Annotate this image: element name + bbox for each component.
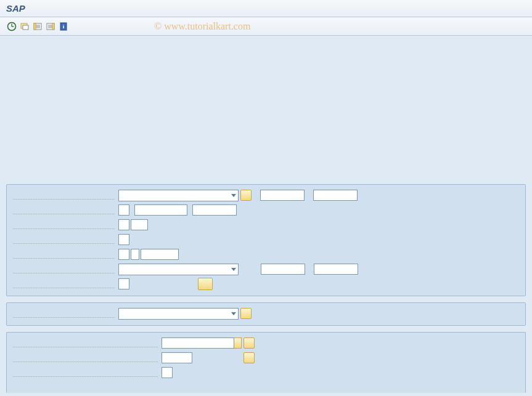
watermark: © www.tutorialkart.com xyxy=(154,21,250,32)
text-field[interactable] xyxy=(118,219,129,230)
text-field[interactable] xyxy=(118,278,129,289)
form-row xyxy=(13,262,519,276)
execute-icon[interactable] xyxy=(6,21,17,32)
dropdown-field[interactable] xyxy=(118,308,239,320)
select-all-icon[interactable] xyxy=(32,21,43,32)
field-label xyxy=(13,368,158,377)
text-field[interactable] xyxy=(260,190,305,201)
svg-rect-14 xyxy=(52,23,54,30)
form-row xyxy=(13,203,519,217)
text-field[interactable] xyxy=(162,367,173,378)
help-button[interactable] xyxy=(243,337,255,349)
title-bar: SAP xyxy=(0,0,532,17)
group-box-3 xyxy=(6,332,526,393)
text-field[interactable] xyxy=(313,190,358,201)
help-button[interactable] xyxy=(243,352,255,363)
field-label xyxy=(13,339,158,347)
action-button[interactable] xyxy=(198,278,213,290)
form-row xyxy=(13,307,519,320)
field-label xyxy=(13,354,158,362)
group-box-2 xyxy=(6,302,526,326)
text-field[interactable] xyxy=(162,337,234,349)
text-field[interactable] xyxy=(162,352,192,363)
text-field[interactable] xyxy=(314,264,358,275)
text-field[interactable] xyxy=(118,234,129,245)
text-field[interactable] xyxy=(118,204,129,216)
text-field[interactable] xyxy=(141,249,179,260)
dropdown-field[interactable] xyxy=(118,264,239,275)
text-field[interactable] xyxy=(261,264,305,275)
text-field[interactable] xyxy=(134,204,187,216)
form-row xyxy=(13,366,519,379)
form-row xyxy=(13,233,519,246)
value-help-icon[interactable] xyxy=(234,337,242,349)
form-row xyxy=(13,218,519,232)
form-row xyxy=(13,277,519,291)
field-label xyxy=(13,220,115,229)
text-field[interactable] xyxy=(131,219,148,230)
field-label xyxy=(13,309,115,318)
info-icon[interactable]: i xyxy=(58,21,69,32)
text-field[interactable] xyxy=(131,249,139,260)
form-row xyxy=(13,336,519,350)
dropdown-field[interactable] xyxy=(118,190,239,201)
help-button[interactable] xyxy=(240,190,252,201)
svg-rect-9 xyxy=(34,23,36,30)
field-label xyxy=(13,206,115,214)
text-field[interactable] xyxy=(118,249,129,260)
field-label xyxy=(13,191,115,200)
field-label xyxy=(13,265,115,273)
form-row xyxy=(13,248,519,261)
variant-icon[interactable] xyxy=(19,21,30,32)
field-label xyxy=(13,250,115,259)
group-box-1 xyxy=(6,184,526,296)
deselect-all-icon[interactable] xyxy=(45,21,56,32)
form-row xyxy=(13,188,519,202)
app-title: SAP xyxy=(6,3,25,14)
field-label xyxy=(13,235,115,244)
text-field[interactable] xyxy=(192,204,237,216)
svg-rect-4 xyxy=(23,25,28,30)
spacer xyxy=(6,39,526,184)
input-with-help xyxy=(162,337,242,349)
content-area xyxy=(0,36,532,396)
input-with-help xyxy=(162,367,173,378)
help-button[interactable] xyxy=(240,308,252,319)
field-label xyxy=(13,280,115,288)
form-row xyxy=(13,351,519,365)
toolbar: i © www.tutorialkart.com xyxy=(0,17,532,36)
